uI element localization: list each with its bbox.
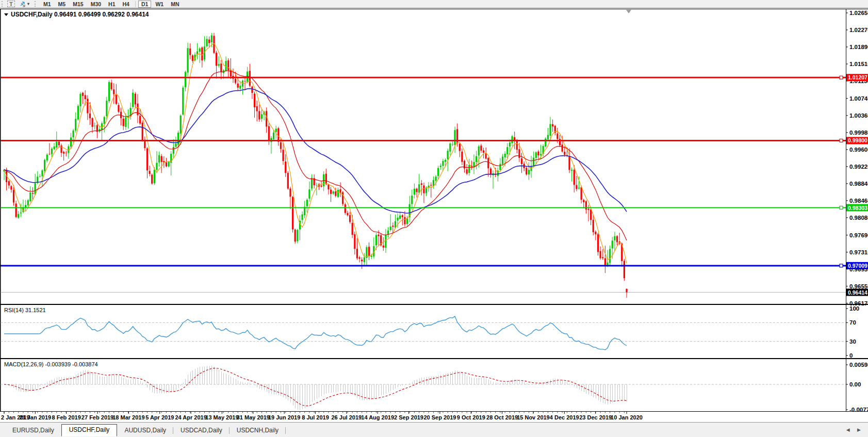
timeframe-button-m1[interactable]: M1 bbox=[40, 1, 54, 8]
candle bbox=[142, 120, 143, 141]
date-tick-label: 21 Jan 2019 bbox=[19, 414, 51, 420]
text-tool-button[interactable]: T bbox=[7, 1, 15, 7]
macd-tick-label: -0.007737 bbox=[849, 407, 868, 413]
timeframe-button-m15[interactable]: M15 bbox=[70, 1, 86, 8]
date-tick-label: 26 Jul 2019 bbox=[331, 414, 362, 420]
price-tick-label: 0.99980 bbox=[849, 130, 868, 136]
price-tick-label: 0.99600 bbox=[849, 147, 868, 153]
diagonal-arrows-icon bbox=[19, 1, 26, 7]
price-tick-label: 0.96550 bbox=[849, 283, 868, 289]
toolbar-grip[interactable] bbox=[35, 1, 37, 7]
pane-separator[interactable] bbox=[0, 358, 868, 359]
rsi-label: RSI(14) 31.1521 bbox=[4, 307, 46, 313]
chevron-down-icon: ▾ bbox=[27, 2, 29, 6]
level-price-badge-label: 0.99800 bbox=[848, 137, 867, 143]
candle bbox=[526, 167, 527, 175]
price-tick-label: 0.97690 bbox=[849, 232, 868, 238]
timeframe-button-d1[interactable]: D1 bbox=[138, 1, 151, 8]
chart-region: USDCHF,Daily 0.96491 0.96499 0.96292 0.9… bbox=[0, 9, 868, 422]
date-tick-label: 15 Nov 2019 bbox=[517, 414, 550, 420]
price-tick-label: 0.97310 bbox=[849, 249, 868, 255]
date-tick-label: 31 May 2019 bbox=[237, 414, 270, 420]
date-tick-label: 19 Jun 2019 bbox=[268, 414, 300, 420]
candle bbox=[380, 233, 382, 246]
date-tick-label: 8 Feb 2019 bbox=[52, 414, 81, 420]
date-tick-label: 18 Mar 2019 bbox=[112, 414, 144, 420]
chart-tab-usdcnh[interactable]: USDCNH,Daily bbox=[230, 425, 286, 435]
date-tick-label: 14 Aug 2019 bbox=[361, 414, 394, 420]
rsi-tick-label: 0 bbox=[849, 352, 853, 359]
price-tick-label: 1.00360 bbox=[849, 112, 868, 119]
price-tick-label: 0.98840 bbox=[849, 181, 868, 187]
candle bbox=[151, 173, 153, 185]
timeframe-button-m30[interactable]: M30 bbox=[88, 1, 104, 8]
current-price-badge-label: 0.96414 bbox=[848, 289, 867, 296]
chart-tab-usdcad[interactable]: USDCAD,Daily bbox=[173, 425, 230, 435]
timeframe-button-h1[interactable]: H1 bbox=[105, 1, 118, 8]
timeframe-button-h4[interactable]: H4 bbox=[120, 1, 133, 8]
timeframe-group: M1M5M15M30H1H4D1W1MN bbox=[40, 1, 183, 8]
chart-window[interactable]: USDCHF,Daily 0.96491 0.96499 0.96292 0.9… bbox=[0, 9, 868, 422]
timeframe-button-w1[interactable]: W1 bbox=[152, 1, 167, 8]
price-tick-label: 1.01890 bbox=[849, 44, 868, 50]
toolbar-grip[interactable] bbox=[2, 1, 4, 7]
price-tick-label: 0.98460 bbox=[849, 198, 868, 204]
level-line-handle[interactable] bbox=[840, 139, 843, 142]
candle bbox=[77, 104, 79, 121]
date-tick-label: 4 Dec 2019 bbox=[550, 414, 579, 420]
price-tick-label: 1.01510 bbox=[849, 61, 868, 67]
date-tick-label: 5 Apr 2019 bbox=[145, 414, 174, 420]
chart-tabs: EURUSD,DailyUSDCHF,DailyAUDUSD,DailyUSDC… bbox=[5, 423, 286, 437]
timeframe-button-mn[interactable]: MN bbox=[168, 1, 182, 8]
price-tick-label: 1.00740 bbox=[849, 95, 868, 102]
level-price-badge-label: 0.97009 bbox=[848, 263, 867, 269]
trading-platform-window: T ▾ M1M5M15M30H1H4D1W1MN USDCHF,Daily 0.… bbox=[0, 0, 868, 437]
price-tick-label: 1.02650 bbox=[849, 10, 868, 16]
toolbar-divider bbox=[135, 1, 136, 7]
rsi-tick-label: 30 bbox=[849, 338, 856, 345]
chart-tools-button[interactable]: ▾ bbox=[16, 1, 32, 8]
candle bbox=[545, 137, 546, 148]
chart-background bbox=[0, 9, 868, 422]
tab-scroll-controls: ◀ ▶ bbox=[846, 427, 864, 432]
chart-tab-bar: EURUSD,DailyUSDCHF,DailyAUDUSD,DailyUSDC… bbox=[0, 422, 868, 437]
macd-tick-label: 0.00 bbox=[849, 381, 861, 387]
macd-label: MACD(12,26,9) -0.003939 -0.003874 bbox=[4, 361, 98, 367]
chart-tab-usdchf[interactable]: USDCHF,Daily bbox=[61, 424, 118, 436]
candle bbox=[297, 229, 298, 243]
candle bbox=[287, 171, 289, 190]
candle bbox=[108, 80, 110, 103]
level-line-handle[interactable] bbox=[840, 76, 843, 79]
candle bbox=[342, 191, 343, 206]
level-line-handle[interactable] bbox=[840, 264, 843, 267]
timeframe-button-m5[interactable]: M5 bbox=[55, 1, 69, 8]
candle bbox=[294, 229, 296, 244]
price-tick-label: 1.02270 bbox=[849, 27, 868, 33]
rsi-tick-label: 100 bbox=[849, 305, 859, 312]
macd-tick-label: 0.005986 bbox=[849, 362, 868, 368]
chart-tab-eurusd[interactable]: EURUSD,Daily bbox=[5, 425, 61, 435]
price-tick-label: 0.99220 bbox=[849, 164, 868, 170]
candle bbox=[292, 196, 293, 233]
tab-scroll-right-icon[interactable]: ▶ bbox=[857, 427, 864, 432]
date-tick-label: 24 Apr 2019 bbox=[175, 414, 206, 420]
rsi-tick-label: 70 bbox=[849, 319, 856, 326]
date-tick-label: 28 Oct 2019 bbox=[486, 414, 518, 420]
date-tick-label: 2 Sep 2019 bbox=[394, 414, 423, 420]
level-line-handle[interactable] bbox=[840, 206, 843, 209]
pane-separator[interactable] bbox=[0, 304, 868, 305]
toolbar: T ▾ M1M5M15M30H1H4D1W1MN bbox=[0, 0, 868, 8]
level-price-badge-label: 1.01207 bbox=[848, 74, 867, 80]
date-tick-label: 23 Dec 2019 bbox=[579, 414, 612, 420]
tab-scroll-left-icon[interactable]: ◀ bbox=[846, 427, 853, 432]
text-tool-icon: T bbox=[9, 1, 12, 7]
date-tick-label: 13 May 2019 bbox=[205, 414, 238, 420]
chart-left-border bbox=[0, 9, 1, 411]
chart-title: USDCHF,Daily 0.96491 0.96499 0.96292 0.9… bbox=[11, 11, 149, 18]
date-tick-label: 10 Jan 2020 bbox=[611, 414, 643, 420]
date-tick-label: 8 Jul 2019 bbox=[302, 414, 329, 420]
candle bbox=[182, 86, 184, 116]
chart-tab-audusd[interactable]: AUDUSD,Daily bbox=[117, 425, 173, 435]
price-tick-label: 0.98080 bbox=[849, 215, 868, 221]
date-tick-label: 9 Oct 2019 bbox=[457, 414, 485, 420]
